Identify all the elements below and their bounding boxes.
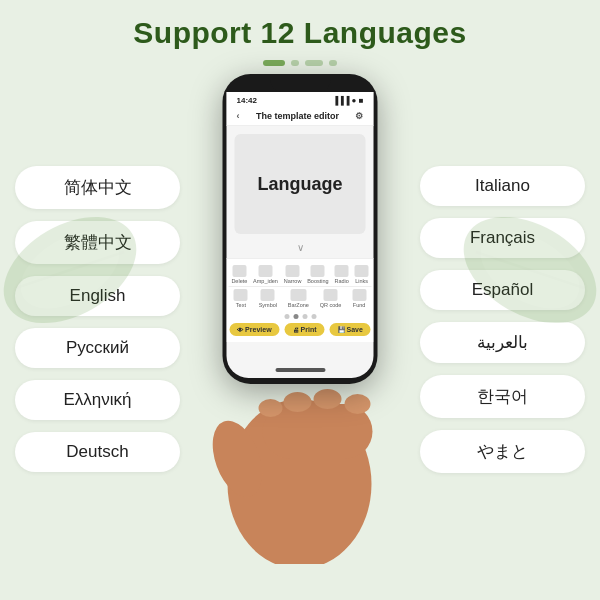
phone-signal: ▐▐▐ ● ■ <box>332 96 363 105</box>
phone-nav-delete[interactable]: Delete <box>231 265 247 284</box>
lang-badge-english[interactable]: English <box>15 276 180 316</box>
svg-point-10 <box>314 389 342 409</box>
svg-point-11 <box>345 394 371 414</box>
phone-dot-1 <box>284 314 289 319</box>
lang-badge-french[interactable]: Français <box>420 218 585 258</box>
phone-nav-text-label: Text <box>236 302 246 308</box>
lang-badge-korean[interactable]: 한국어 <box>420 375 585 418</box>
phone-header-title: The template editor <box>256 111 339 121</box>
dots-indicator <box>0 60 600 66</box>
phone-nav-narrow[interactable]: Narrow <box>284 265 302 284</box>
phone-carousel-dots <box>229 314 372 319</box>
save-icon: 💾 <box>338 326 345 333</box>
phone-nav-row-1: Delete Amp_iden Narrow Boosting <box>229 263 372 286</box>
lang-badge-greek[interactable]: Ελληνική <box>15 380 180 420</box>
lang-badge-spanish[interactable]: Español <box>420 270 585 310</box>
phone-screen: 14:42 ▐▐▐ ● ■ ‹ The template editor ⚙ La… <box>227 92 374 378</box>
phone-back-icon[interactable]: ‹ <box>237 111 240 121</box>
phone-device: 14:42 ▐▐▐ ● ■ ‹ The template editor ⚙ La… <box>223 74 378 384</box>
boosting-icon <box>311 265 325 277</box>
lang-badge-russian[interactable]: Русский <box>15 328 180 368</box>
amp-icon <box>258 265 272 277</box>
lang-badge-arabic[interactable]: بالعربية <box>420 322 585 363</box>
phone-header: ‹ The template editor ⚙ <box>227 107 374 126</box>
dot-3 <box>305 60 323 66</box>
phone-action-buttons: 👁 Preview 🖨 Print 💾 Save <box>229 323 372 340</box>
phone-nav-barzone[interactable]: BarZone <box>288 289 309 308</box>
qr-icon <box>323 289 337 301</box>
lang-badge-german[interactable]: Deutsch <box>15 432 180 472</box>
phone-preview-button[interactable]: 👁 Preview <box>229 323 279 336</box>
page-title: Support 12 Languages <box>0 0 600 50</box>
narrow-icon <box>286 265 300 277</box>
phone-save-button[interactable]: 💾 Save <box>330 323 371 336</box>
barzone-icon <box>290 289 306 301</box>
phone-nav-symbol[interactable]: Symbol <box>259 289 277 308</box>
phone-nav-links-label: Links <box>355 278 368 284</box>
phone-nav-boosting-label: Boosting <box>307 278 328 284</box>
phone-nav-row-2: Text Symbol BarZone QR code <box>229 286 372 310</box>
phone-time: 14:42 <box>237 96 257 105</box>
lang-badge-japanese[interactable]: やまと <box>420 430 585 473</box>
lang-badge-traditional-chinese[interactable]: 繁體中文 <box>15 221 180 264</box>
phone-content-area: Language <box>235 134 366 234</box>
dot-2 <box>291 60 299 66</box>
phone-nav-boosting[interactable]: Boosting <box>307 265 328 284</box>
phone-nav-links[interactable]: Links <box>355 265 369 284</box>
phone-nav-symbol-label: Symbol <box>259 302 277 308</box>
lang-badge-simplified-chinese[interactable]: 简体中文 <box>15 166 180 209</box>
phone-nav-fund-label: Fund <box>353 302 366 308</box>
phone-mockup: 14:42 ▐▐▐ ● ■ ‹ The template editor ⚙ La… <box>180 74 420 564</box>
phone-nav-narrow-label: Narrow <box>284 278 302 284</box>
phone-home-bar <box>275 368 325 372</box>
phone-nav-text[interactable]: Text <box>234 289 248 308</box>
links-icon <box>355 265 369 277</box>
svg-point-12 <box>259 399 283 417</box>
phone-nav-radio-label: Radio <box>334 278 348 284</box>
phone-dot-4 <box>311 314 316 319</box>
main-content: 简体中文 繁體中文 English Русский Ελληνική Deuts… <box>0 74 600 564</box>
save-label: Save <box>347 326 363 333</box>
phone-nav-qr[interactable]: QR code <box>320 289 342 308</box>
left-language-column: 简体中文 繁體中文 English Русский Ελληνική Deuts… <box>15 166 180 472</box>
phone-dot-2 <box>293 314 298 319</box>
symbol-icon <box>261 289 275 301</box>
svg-point-9 <box>284 392 312 412</box>
lang-badge-italian[interactable]: Italiano <box>420 166 585 206</box>
print-label: Print <box>301 326 317 333</box>
delete-icon <box>232 265 246 277</box>
text-icon <box>234 289 248 301</box>
phone-nav-barzone-label: BarZone <box>288 302 309 308</box>
phone-nav-delete-label: Delete <box>231 278 247 284</box>
phone-bottom-nav: Delete Amp_iden Narrow Boosting <box>227 258 374 342</box>
phone-chevron-down: ∨ <box>227 242 374 253</box>
phone-settings-icon[interactable]: ⚙ <box>355 111 363 121</box>
fund-icon <box>352 289 366 301</box>
phone-nav-amp-label: Amp_iden <box>253 278 278 284</box>
phone-content-label: Language <box>257 174 342 195</box>
print-icon: 🖨 <box>293 327 299 333</box>
phone-nav-amp[interactable]: Amp_iden <box>253 265 278 284</box>
phone-status-bar: 14:42 ▐▐▐ ● ■ <box>227 92 374 107</box>
phone-nav-radio[interactable]: Radio <box>334 265 348 284</box>
preview-icon: 👁 <box>237 327 243 333</box>
right-language-column: Italiano Français Español بالعربية 한국어 や… <box>420 166 585 473</box>
preview-label: Preview <box>245 326 271 333</box>
phone-nav-fund[interactable]: Fund <box>352 289 366 308</box>
phone-dot-3 <box>302 314 307 319</box>
dot-1 <box>263 60 285 66</box>
phone-print-button[interactable]: 🖨 Print <box>285 323 325 336</box>
phone-nav-qr-label: QR code <box>320 302 342 308</box>
dot-4 <box>329 60 337 66</box>
radio-icon <box>335 265 349 277</box>
phone-notch <box>270 74 330 92</box>
